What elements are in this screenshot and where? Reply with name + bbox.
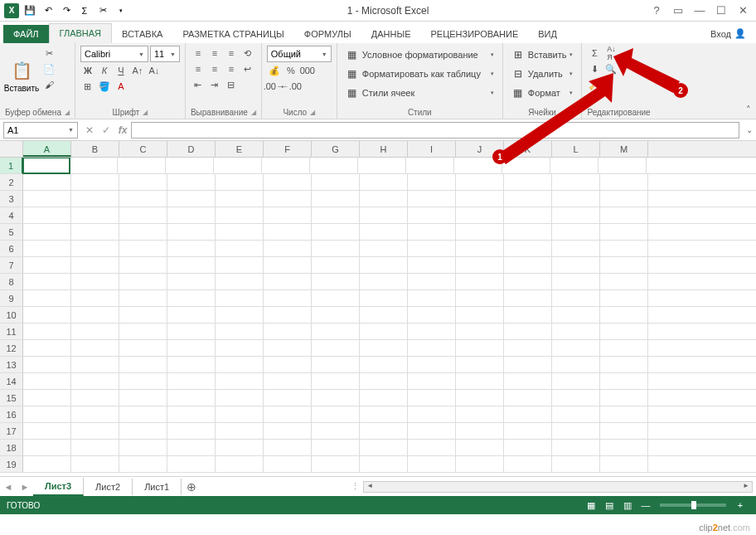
save-icon[interactable]: 💾 xyxy=(22,2,38,19)
cell[interactable] xyxy=(552,241,600,256)
decrease-decimal-button[interactable]: ←.00 xyxy=(284,79,298,94)
cell[interactable] xyxy=(454,158,502,173)
cell[interactable] xyxy=(600,224,648,240)
cell[interactable] xyxy=(166,158,214,173)
cell[interactable] xyxy=(167,257,216,273)
cell[interactable] xyxy=(456,191,504,207)
cell[interactable] xyxy=(167,390,216,406)
cut-button[interactable]: ✂ xyxy=(41,46,56,61)
cell[interactable] xyxy=(264,390,312,406)
cell[interactable] xyxy=(552,274,600,289)
cell[interactable] xyxy=(71,456,119,472)
cell[interactable] xyxy=(408,340,456,356)
cell[interactable] xyxy=(216,290,264,306)
cell[interactable] xyxy=(456,423,504,439)
cell[interactable] xyxy=(167,274,216,289)
cell[interactable] xyxy=(167,241,216,256)
cell[interactable] xyxy=(119,423,167,439)
cell[interactable] xyxy=(504,274,552,289)
cell[interactable] xyxy=(23,224,71,240)
cell[interactable] xyxy=(23,456,71,472)
cell[interactable] xyxy=(360,191,408,207)
cell[interactable] xyxy=(23,207,71,223)
cell[interactable] xyxy=(312,307,360,323)
cell[interactable] xyxy=(360,174,408,190)
cell[interactable] xyxy=(167,307,216,323)
cell[interactable] xyxy=(408,440,456,455)
sheet-tab-1[interactable]: Лист1 xyxy=(133,479,182,495)
cell[interactable] xyxy=(23,423,71,439)
align-left-button[interactable]: ≡ xyxy=(191,61,206,76)
cell[interactable] xyxy=(312,323,360,339)
cell[interactable] xyxy=(312,207,360,223)
column-header[interactable]: D xyxy=(167,141,216,157)
cell[interactable] xyxy=(600,257,648,273)
column-header[interactable]: L xyxy=(552,141,600,157)
cell[interactable] xyxy=(408,224,456,240)
cell[interactable] xyxy=(71,290,119,306)
cell[interactable] xyxy=(456,390,504,406)
row-header[interactable]: 14 xyxy=(0,373,23,389)
ribbon-display-icon[interactable]: ▭ xyxy=(668,2,688,19)
cell[interactable] xyxy=(312,191,360,207)
cell[interactable] xyxy=(504,456,552,472)
clear-button[interactable]: 🧹 xyxy=(587,77,602,92)
cell[interactable] xyxy=(23,340,71,356)
cell[interactable] xyxy=(264,373,312,389)
cell[interactable] xyxy=(167,373,216,389)
tab-file[interactable]: ФАЙЛ xyxy=(3,25,49,43)
cell[interactable] xyxy=(552,406,600,422)
cell[interactable] xyxy=(552,207,600,223)
percent-button[interactable]: % xyxy=(284,63,298,78)
cell[interactable] xyxy=(216,191,264,207)
hscroll-left-icon[interactable]: ◄ xyxy=(364,482,376,492)
cell[interactable] xyxy=(71,174,119,190)
cell[interactable] xyxy=(23,274,71,289)
underline-button[interactable]: Ч xyxy=(114,63,128,78)
cell[interactable] xyxy=(119,440,167,455)
cell[interactable] xyxy=(360,224,408,240)
sheet-tab-3[interactable]: Лист3 xyxy=(33,478,84,496)
cell[interactable] xyxy=(456,274,504,289)
format-cells-button[interactable]: ▦Формат▾ xyxy=(508,84,577,102)
bold-button[interactable]: Ж xyxy=(80,63,95,78)
cell[interactable] xyxy=(23,406,71,422)
cell[interactable] xyxy=(312,406,360,422)
cell[interactable] xyxy=(264,241,312,256)
cell[interactable] xyxy=(167,174,216,190)
cell[interactable] xyxy=(71,191,119,207)
cell[interactable] xyxy=(408,174,456,190)
column-header[interactable]: F xyxy=(264,141,312,157)
align-top-button[interactable]: ≡ xyxy=(191,46,206,61)
cell[interactable] xyxy=(456,373,504,389)
cell[interactable] xyxy=(119,274,167,289)
cell[interactable] xyxy=(216,323,264,339)
cell[interactable] xyxy=(167,357,216,372)
cell[interactable] xyxy=(552,390,600,406)
cell[interactable] xyxy=(264,207,312,223)
cell[interactable] xyxy=(216,373,264,389)
cell[interactable] xyxy=(264,274,312,289)
cell[interactable] xyxy=(504,174,552,190)
cell[interactable] xyxy=(456,207,504,223)
cell[interactable] xyxy=(216,224,264,240)
enter-formula-icon[interactable]: ✓ xyxy=(98,122,114,139)
cell[interactable] xyxy=(408,207,456,223)
row-header[interactable]: 4 xyxy=(0,207,23,223)
cell[interactable] xyxy=(552,440,600,455)
cell[interactable] xyxy=(119,174,167,190)
cell[interactable] xyxy=(216,207,264,223)
cell[interactable] xyxy=(408,191,456,207)
tab-page-layout[interactable]: РАЗМЕТКА СТРАНИЦЫ xyxy=(172,25,293,43)
cell[interactable] xyxy=(504,191,552,207)
cell[interactable] xyxy=(71,373,119,389)
cell[interactable] xyxy=(552,257,600,273)
tab-insert[interactable]: ВСТАВКА xyxy=(112,25,172,43)
borders-button[interactable]: ⊞ xyxy=(80,79,95,94)
cell[interactable] xyxy=(504,323,552,339)
cell[interactable] xyxy=(167,207,216,223)
zoom-slider[interactable] xyxy=(660,503,726,507)
cell[interactable] xyxy=(310,158,358,173)
cell[interactable] xyxy=(264,456,312,472)
column-header[interactable]: I xyxy=(408,141,456,157)
